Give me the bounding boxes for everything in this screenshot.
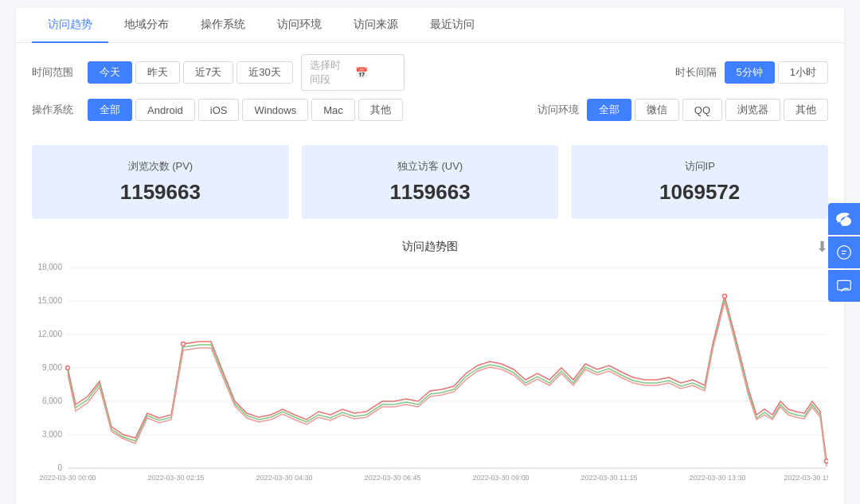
chart-header: 访问趋势图 ⬇ — [32, 240, 828, 254]
chart-svg-container: 18,000 15,000 12,000 9,000 6,000 3,000 0… — [32, 262, 828, 501]
stat-pv-title: 浏览次数 (PV) — [48, 159, 273, 174]
time-interval-label: 时长间隔 — [675, 65, 717, 80]
svg-point-24 — [182, 342, 186, 346]
svg-text:2022-03-30 09:00: 2022-03-30 09:00 — [472, 474, 529, 482]
env-btn-browser[interactable]: 浏览器 — [725, 99, 780, 121]
svg-point-23 — [66, 366, 70, 370]
time-btn-30days[interactable]: 近30天 — [236, 61, 292, 84]
access-env-label: 访问环境 — [538, 103, 579, 117]
time-btn-today[interactable]: 今天 — [88, 61, 132, 84]
env-btn-wechat[interactable]: 微信 — [635, 99, 679, 121]
time-btn-7days[interactable]: 近7天 — [183, 61, 233, 84]
svg-text:2022-03-30 13:30: 2022-03-30 13:30 — [689, 474, 745, 482]
svg-text:2022-03-30 02:15: 2022-03-30 02:15 — [147, 474, 204, 482]
stat-ip: 访问IP 1069572 — [571, 145, 828, 219]
time-range-label: 时间范围 — [32, 65, 80, 80]
time-btn-yesterday[interactable]: 昨天 — [135, 61, 180, 84]
os-btn-all[interactable]: 全部 — [88, 99, 132, 121]
os-btn-windows[interactable]: Windows — [242, 99, 308, 121]
os-btn-android[interactable]: Android — [135, 99, 195, 121]
svg-text:2022-03-30 15:45: 2022-03-30 15:45 — [784, 474, 828, 482]
stat-ip-value: 1069572 — [587, 180, 812, 205]
os-btn-other[interactable]: 其他 — [358, 99, 403, 121]
tab-navigation: 访问趋势 地域分布 操作系统 访问环境 访问来源 最近访问 — [16, 8, 844, 43]
os-btn-ios[interactable]: iOS — [198, 99, 240, 121]
calendar-icon: 📅 — [355, 67, 396, 79]
stat-uv: 独立访客 (UV) 1159663 — [302, 145, 559, 219]
access-env-buttons: 全部 微信 QQ 浏览器 其他 — [587, 99, 828, 121]
interval-btn-1hour[interactable]: 1小时 — [778, 61, 828, 84]
sidebar-btn-chat[interactable] — [828, 270, 860, 302]
date-picker[interactable]: 选择时间段 📅 — [301, 54, 405, 91]
svg-text:0: 0 — [57, 463, 62, 472]
stat-uv-value: 1159663 — [318, 180, 543, 205]
svg-text:9,000: 9,000 — [42, 363, 62, 372]
trend-chart: 18,000 15,000 12,000 9,000 6,000 3,000 0… — [32, 262, 828, 501]
tab-env[interactable]: 访问环境 — [261, 8, 338, 43]
tab-access-trend[interactable]: 访问趋势 — [32, 8, 108, 43]
time-interval-buttons: 5分钟 1小时 — [725, 61, 828, 84]
stat-pv: 浏览次数 (PV) 1159663 — [32, 145, 289, 219]
svg-text:6,000: 6,000 — [42, 397, 62, 405]
svg-point-26 — [825, 459, 829, 463]
os-buttons: 全部 Android iOS Windows Mac 其他 — [88, 99, 403, 121]
env-btn-all[interactable]: 全部 — [587, 99, 631, 121]
chart-title: 访问趋势图 — [402, 240, 458, 254]
right-sidebar — [828, 203, 860, 302]
stat-pv-value: 1159663 — [48, 180, 273, 205]
svg-point-27 — [838, 245, 851, 259]
tab-source[interactable]: 访问来源 — [338, 8, 414, 43]
svg-text:2022-03-30 00:00: 2022-03-30 00:00 — [39, 474, 96, 482]
svg-point-25 — [723, 295, 727, 299]
svg-text:2022-03-30 04:30: 2022-03-30 04:30 — [256, 474, 312, 482]
svg-text:15,000: 15,000 — [37, 296, 62, 305]
sidebar-btn-wechat[interactable] — [828, 203, 860, 235]
svg-text:18,000: 18,000 — [37, 263, 62, 272]
stats-row: 浏览次数 (PV) 1159663 独立访客 (UV) 1159663 访问IP… — [16, 137, 844, 232]
env-btn-other[interactable]: 其他 — [784, 99, 828, 121]
svg-text:3,000: 3,000 — [42, 430, 62, 439]
os-btn-mac[interactable]: Mac — [311, 99, 355, 121]
download-icon[interactable]: ⬇ — [816, 238, 828, 256]
tab-os[interactable]: 操作系统 — [185, 8, 261, 43]
filter-row-os: 操作系统 全部 Android iOS Windows Mac 其他 访问环境 … — [32, 99, 828, 121]
tab-region[interactable]: 地域分布 — [108, 8, 185, 43]
stat-ip-title: 访问IP — [587, 159, 812, 174]
env-btn-qq[interactable]: QQ — [682, 99, 722, 121]
svg-text:2022-03-30 06:45: 2022-03-30 06:45 — [364, 474, 420, 482]
time-range-buttons: 今天 昨天 近7天 近30天 — [88, 61, 293, 84]
filter-row-time: 时间范围 今天 昨天 近7天 近30天 选择时间段 📅 时长间隔 5分钟 1小时 — [32, 54, 828, 91]
svg-text:2022-03-30 11:15: 2022-03-30 11:15 — [580, 474, 637, 482]
tab-recent[interactable]: 最近访问 — [414, 8, 491, 43]
os-label: 操作系统 — [32, 103, 80, 117]
svg-text:12,000: 12,000 — [37, 330, 62, 338]
chart-area: 访问趋势图 ⬇ 18,000 15,000 12,000 9,000 6,000… — [16, 232, 844, 504]
date-picker-placeholder: 选择时间段 — [310, 58, 350, 87]
sidebar-btn-feedback[interactable] — [828, 236, 860, 268]
stat-uv-title: 独立访客 (UV) — [318, 159, 543, 174]
interval-btn-5min[interactable]: 5分钟 — [725, 61, 775, 84]
filter-panel: 时间范围 今天 昨天 近7天 近30天 选择时间段 📅 时长间隔 5分钟 1小时… — [16, 43, 844, 137]
